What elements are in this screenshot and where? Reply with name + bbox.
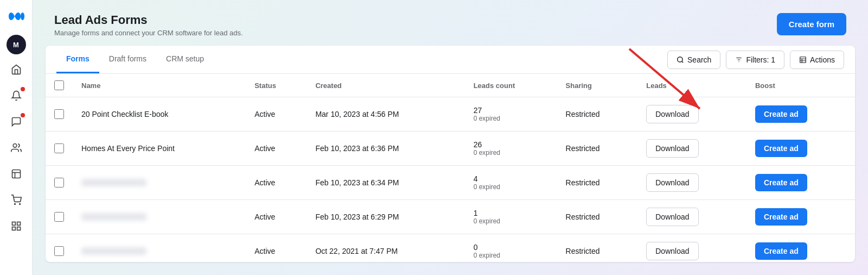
sidebar-item-cart[interactable] [5, 189, 27, 211]
row-checkbox-cell [46, 200, 73, 234]
sidebar-item-home[interactable] [5, 59, 27, 80]
svg-rect-15 [800, 57, 806, 62]
select-all-checkbox[interactable] [54, 80, 64, 90]
svg-point-5 [19, 204, 20, 205]
col-leads-count: Leads count [465, 74, 557, 97]
download-button-1[interactable]: Download [646, 139, 698, 158]
sidebar: M [0, 0, 33, 275]
row-boost-1: Create ad [746, 132, 855, 166]
row-name-4 [73, 234, 246, 262]
leads-count: 4 [474, 174, 548, 183]
svg-point-4 [14, 204, 15, 205]
row-leads-count-4: 0 0 expired [465, 234, 557, 262]
svg-point-10 [678, 57, 682, 61]
row-name-0: 20 Point Checklist E-book [73, 97, 246, 132]
row-boost-2: Create ad [746, 166, 855, 200]
row-created-2: Feb 10, 2023 at 6:34 PM [307, 166, 464, 200]
row-checkbox-cell [46, 166, 73, 200]
search-button[interactable]: Search [667, 51, 720, 69]
page-subtitle: Manage forms and connect your CRM softwa… [54, 29, 243, 37]
page-title-block: Lead Ads Forms Manage forms and connect … [54, 13, 243, 37]
tab-forms[interactable]: Forms [56, 46, 99, 73]
table-row: Active Feb 10, 2023 at 6:34 PM 4 0 expir… [46, 166, 855, 200]
row-checkbox-4[interactable] [54, 246, 64, 256]
blurred-name [81, 213, 146, 221]
row-created-4: Oct 22, 2021 at 7:47 PM [307, 234, 464, 262]
col-name: Name [73, 74, 246, 97]
actions-label: Actions [810, 55, 835, 64]
row-checkbox-2[interactable] [54, 178, 64, 188]
filters-button[interactable]: Filters: 1 [726, 51, 784, 69]
leads-expired: 0 expired [474, 115, 548, 122]
table-icon [799, 56, 807, 64]
table-body: 20 Point Checklist E-book Active Mar 10,… [46, 97, 855, 262]
row-status-1: Active [246, 132, 307, 166]
row-checkbox-3[interactable] [54, 212, 64, 222]
row-checkbox-0[interactable] [54, 109, 64, 119]
sidebar-item-notifications[interactable] [5, 85, 27, 107]
tab-draft-forms[interactable]: Draft forms [99, 46, 156, 73]
avatar[interactable]: M [7, 35, 26, 54]
tabs-bar: Forms Draft forms CRM setup Search Filte… [46, 46, 855, 74]
leads-expired: 0 expired [474, 252, 548, 259]
row-created-0: Mar 10, 2023 at 4:56 PM [307, 97, 464, 132]
row-name-2 [73, 166, 246, 200]
create-ad-button-1[interactable]: Create ad [755, 140, 807, 157]
leads-count: 0 [474, 243, 548, 252]
download-button-2[interactable]: Download [646, 173, 698, 192]
row-leads-2: Download [637, 166, 746, 200]
col-sharing: Sharing [557, 74, 638, 97]
row-sharing-0: Restricted [557, 97, 638, 132]
tab-crm-setup[interactable]: CRM setup [156, 46, 214, 73]
col-created: Created [307, 74, 464, 97]
row-leads-4: Download [637, 234, 746, 262]
table-row: Active Oct 22, 2021 at 7:47 PM 0 0 expir… [46, 234, 855, 262]
download-button-3[interactable]: Download [646, 208, 698, 226]
row-status-0: Active [246, 97, 307, 132]
sidebar-item-messages[interactable] [5, 111, 27, 133]
row-status-3: Active [246, 200, 307, 234]
filters-icon [735, 56, 743, 64]
actions-button[interactable]: Actions [790, 51, 844, 69]
svg-rect-9 [12, 227, 15, 230]
create-form-button[interactable]: Create form [777, 13, 846, 35]
row-leads-3: Download [637, 200, 746, 234]
row-checkbox-cell [46, 234, 73, 262]
row-status-2: Active [246, 166, 307, 200]
svg-rect-8 [17, 227, 20, 230]
create-ad-button-4[interactable]: Create ad [755, 242, 807, 260]
col-status: Status [246, 74, 307, 97]
leads-count: 27 [474, 106, 548, 115]
row-name-1: Homes At Every Price Point [73, 132, 246, 166]
row-leads-0: Download [637, 97, 746, 132]
row-checkbox-1[interactable] [54, 143, 64, 153]
sidebar-item-grid[interactable] [5, 215, 27, 237]
leads-expired: 0 expired [474, 149, 548, 157]
table-row: Homes At Every Price Point Active Feb 10… [46, 132, 855, 166]
row-leads-count-1: 26 0 expired [465, 132, 557, 166]
notification-badge [21, 87, 25, 91]
col-boost: Boost [746, 74, 855, 97]
sidebar-item-contacts[interactable] [5, 137, 27, 159]
row-sharing-1: Restricted [557, 132, 638, 166]
row-boost-0: Create ad [746, 97, 855, 132]
leads-count: 1 [474, 209, 548, 217]
svg-rect-1 [12, 170, 20, 178]
row-sharing-3: Restricted [557, 200, 638, 234]
download-button-0[interactable]: Download [646, 105, 698, 123]
col-leads: Leads [637, 74, 746, 97]
sidebar-item-bookmarks[interactable] [5, 163, 27, 185]
create-ad-button-2[interactable]: Create ad [755, 174, 807, 191]
row-checkbox-cell [46, 97, 73, 132]
tabs-right: Search Filters: 1 Actions [667, 51, 844, 69]
svg-rect-7 [17, 222, 20, 226]
create-ad-button-0[interactable]: Create ad [755, 105, 807, 123]
blurred-name [81, 247, 146, 255]
row-leads-count-0: 27 0 expired [465, 97, 557, 132]
svg-rect-6 [12, 222, 15, 226]
row-created-3: Feb 10, 2023 at 6:29 PM [307, 200, 464, 234]
download-button-4[interactable]: Download [646, 242, 698, 260]
create-ad-button-3[interactable]: Create ad [755, 208, 807, 226]
leads-expired: 0 expired [474, 183, 548, 191]
form-name: 20 Point Checklist E-book [81, 110, 168, 118]
